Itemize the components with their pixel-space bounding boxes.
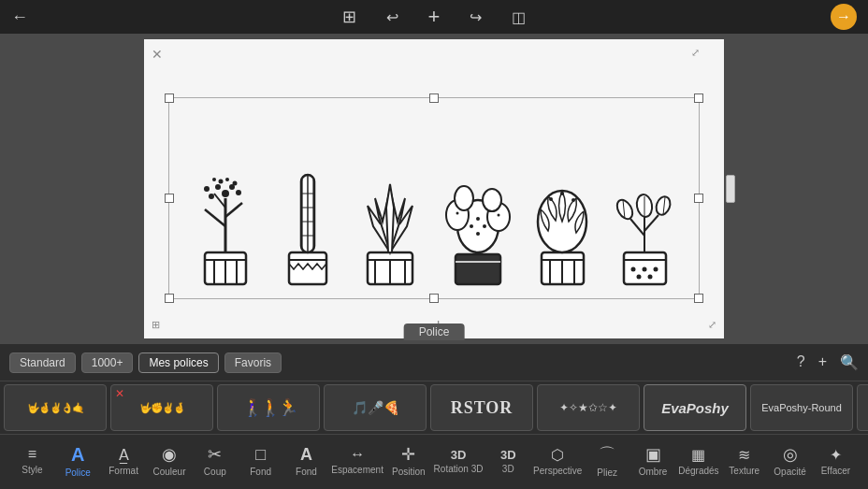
effacer-label: Effacer bbox=[821, 466, 851, 476]
position-icon: ✛ bbox=[401, 444, 415, 465]
font-preview-evaposhy[interactable]: EvaPoshy bbox=[644, 384, 746, 431]
next-button[interactable]: → bbox=[831, 4, 857, 30]
svg-point-61 bbox=[637, 275, 642, 280]
cactus-3 bbox=[353, 142, 427, 292]
svg-point-9 bbox=[222, 190, 229, 197]
tab-favoris[interactable]: Favoris bbox=[224, 352, 282, 373]
top-bar: ← ⊞ ↩ + ↪ ◫ → bbox=[0, 0, 868, 34]
cactus-illustration bbox=[181, 105, 687, 292]
help-icon[interactable]: ? bbox=[797, 353, 805, 371]
grid-icon[interactable]: ⊞ bbox=[342, 7, 356, 27]
svg-point-62 bbox=[648, 275, 653, 280]
corner-arrows-top: ⤢ bbox=[691, 47, 700, 59]
toolbar-item-rotation3d[interactable]: 3D Rotation 3D bbox=[434, 448, 484, 474]
handle-left-mid[interactable] bbox=[165, 194, 174, 203]
font-preview-music[interactable]: 🎵🎤🍕 bbox=[324, 384, 427, 431]
canvas-area: ✕ ⤢ ⊞ ✛ ⤢ bbox=[0, 34, 868, 344]
toolbar-item-fond2[interactable]: A Fond bbox=[285, 445, 326, 477]
handle-bottom-left[interactable] bbox=[165, 294, 174, 303]
toolbar-item-ombre[interactable]: ▣ Ombre bbox=[632, 444, 673, 477]
bottom-toolbar: Police Standard 1000+ Mes polices Favori… bbox=[0, 344, 868, 489]
font-preview-symbols[interactable]: ✦✧★✩☆✦ bbox=[537, 384, 640, 431]
svg-point-42 bbox=[470, 224, 473, 228]
perspective-icon: ⬡ bbox=[551, 446, 564, 464]
handle-top-left[interactable] bbox=[165, 93, 174, 103]
cactus-6 bbox=[610, 142, 680, 292]
tab-standard[interactable]: Standard bbox=[9, 352, 76, 373]
espacement-icon: ↔ bbox=[350, 446, 365, 463]
toolbar-item-style[interactable]: ≡ Style bbox=[11, 446, 52, 475]
toolbar-item-texture[interactable]: ≋ Texture bbox=[724, 446, 765, 476]
svg-point-53 bbox=[560, 192, 564, 195]
font-preview-people-text: 🚶‍♀️🚶🏃 bbox=[242, 397, 296, 418]
tab-thousand[interactable]: 1000+ bbox=[81, 352, 134, 373]
fond1-icon: □ bbox=[255, 445, 266, 465]
asl2-x-mark: ✕ bbox=[115, 387, 124, 400]
handle-top-mid[interactable] bbox=[429, 93, 439, 103]
toolbar-item-espacement[interactable]: ↔ Espacement bbox=[331, 446, 383, 475]
svg-point-58 bbox=[631, 267, 636, 272]
font-preview-people[interactable]: 🚶‍♀️🚶🏃 bbox=[217, 384, 320, 431]
toolbar-item-format[interactable]: A̲ Format bbox=[103, 446, 144, 476]
toolbar-item-position[interactable]: ✛ Position bbox=[388, 444, 429, 477]
toolbar-item-police[interactable]: A Police bbox=[57, 444, 98, 478]
svg-point-18 bbox=[232, 181, 237, 186]
back-button[interactable]: ← bbox=[11, 7, 28, 27]
ombre-label: Ombre bbox=[639, 467, 668, 477]
toolbar-item-opacite[interactable]: ◎ Opacité bbox=[770, 444, 811, 477]
svg-point-44 bbox=[476, 232, 480, 236]
fond2-label: Fond bbox=[296, 467, 317, 477]
font-preview-symbols-text: ✦✧★✩☆✦ bbox=[559, 401, 617, 414]
toolbar-item-degrade[interactable]: ▦ Dégradés bbox=[678, 446, 719, 476]
cactus-2 bbox=[275, 142, 340, 292]
font-preview-rstor[interactable]: RSTOR bbox=[430, 384, 533, 431]
svg-point-15 bbox=[218, 180, 223, 184]
font-preview-music-text: 🎵🎤🍕 bbox=[352, 400, 399, 415]
texture-icon: ≋ bbox=[738, 446, 750, 464]
layers-icon[interactable]: ◫ bbox=[512, 8, 526, 26]
font-preview-symphony[interactable]: symphony bbox=[857, 384, 868, 431]
font-preview-evaposhy-round[interactable]: EvaPoshy-Round bbox=[750, 384, 853, 431]
corner-arrows-bottom-left: ⊞ bbox=[152, 319, 160, 331]
search-icon[interactable]: 🔍 bbox=[840, 353, 859, 371]
fond2-icon: A bbox=[300, 445, 312, 465]
handle-bottom-right[interactable] bbox=[694, 294, 703, 303]
redo-button[interactable]: ↪ bbox=[470, 8, 482, 26]
svg-point-60 bbox=[654, 267, 658, 272]
3d-label: 3D bbox=[502, 464, 514, 474]
top-bar-right: → bbox=[831, 4, 857, 30]
svg-point-43 bbox=[483, 224, 486, 228]
corner-x-mark: ✕ bbox=[152, 47, 163, 62]
design-canvas[interactable]: ✕ ⤢ ⊞ ✛ ⤢ bbox=[144, 39, 724, 338]
toolbar-item-perspective[interactable]: ⬡ Perspective bbox=[533, 446, 582, 476]
toolbar-item-fond1[interactable]: □ Fond bbox=[240, 445, 282, 477]
add-button[interactable]: + bbox=[428, 5, 441, 29]
couleur-icon: ◉ bbox=[162, 444, 177, 465]
espacement-label: Espacement bbox=[331, 465, 383, 475]
couleur-label: Couleur bbox=[152, 467, 185, 477]
coup-icon: ✂ bbox=[208, 444, 222, 465]
top-bar-center: ⊞ ↩ + ↪ ◫ bbox=[342, 5, 527, 29]
toolbar-item-3d[interactable]: 3D 3D bbox=[487, 448, 528, 474]
add-font-icon[interactable]: + bbox=[818, 353, 827, 371]
toolbar-item-coup[interactable]: ✂ Coup bbox=[195, 444, 236, 477]
handle-bottom-mid[interactable] bbox=[429, 294, 439, 303]
position-label: Position bbox=[392, 467, 426, 477]
toolbar-item-pliez[interactable]: ⌒ Pliez bbox=[586, 443, 628, 478]
font-preview-asl2-text: 🤟✊✌️🤞 bbox=[139, 402, 184, 414]
font-preview-evaposhy-text: EvaPoshy bbox=[661, 400, 729, 416]
texture-label: Texture bbox=[729, 466, 760, 476]
corner-arrows-bottom-right: ⤢ bbox=[708, 319, 716, 331]
rotation3d-label: Rotation 3D bbox=[434, 464, 484, 474]
side-resize-handle[interactable] bbox=[726, 175, 735, 203]
toolbar-item-couleur[interactable]: ◉ Couleur bbox=[149, 444, 190, 477]
coup-label: Coup bbox=[204, 467, 226, 477]
tab-mes-polices[interactable]: Mes polices bbox=[138, 352, 218, 373]
font-preview-asl1[interactable]: 🤟🤞✌️👌🤙 bbox=[4, 384, 107, 431]
handle-right-mid[interactable] bbox=[694, 194, 703, 203]
svg-rect-34 bbox=[456, 254, 500, 284]
toolbar-item-effacer[interactable]: ✦ Effacer bbox=[815, 446, 856, 476]
font-preview-asl2[interactable]: ✕ 🤟✊✌️🤞 bbox=[110, 384, 213, 431]
undo-button[interactable]: ↩ bbox=[386, 8, 398, 26]
handle-top-right[interactable] bbox=[694, 93, 703, 103]
